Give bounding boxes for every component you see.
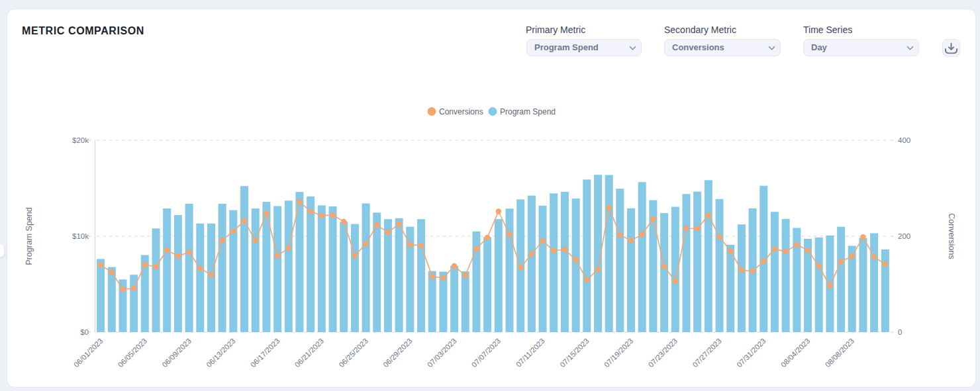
svg-text:07/15/2023: 07/15/2023 — [558, 337, 590, 369]
svg-text:Conversions: Conversions — [947, 213, 956, 259]
svg-text:06/29/2023: 06/29/2023 — [381, 337, 413, 369]
svg-text:400: 400 — [898, 136, 910, 144]
svg-text:$20k: $20k — [72, 136, 89, 144]
svg-text:0: 0 — [898, 328, 902, 336]
svg-text:Program Spend: Program Spend — [500, 107, 556, 116]
svg-text:06/21/2023: 06/21/2023 — [293, 337, 325, 369]
svg-text:06/25/2023: 06/25/2023 — [338, 337, 369, 369]
svg-text:08/08/2023: 08/08/2023 — [824, 337, 856, 369]
svg-text:07/07/2023: 07/07/2023 — [470, 337, 502, 369]
svg-text:07/31/2023: 07/31/2023 — [735, 337, 767, 369]
svg-text:Program Spend: Program Spend — [24, 207, 34, 265]
svg-text:07/23/2023: 07/23/2023 — [647, 337, 679, 369]
svg-text:07/11/2023: 07/11/2023 — [514, 337, 546, 369]
svg-text:$10k: $10k — [72, 232, 89, 240]
svg-text:06/01/2023: 06/01/2023 — [72, 337, 104, 369]
svg-text:07/03/2023: 07/03/2023 — [426, 337, 458, 369]
svg-text:200: 200 — [898, 232, 910, 240]
svg-text:07/19/2023: 07/19/2023 — [603, 337, 634, 369]
svg-text:$0: $0 — [80, 328, 89, 336]
svg-text:Conversions: Conversions — [439, 107, 483, 116]
svg-text:07/27/2023: 07/27/2023 — [691, 337, 722, 369]
svg-text:06/05/2023: 06/05/2023 — [117, 337, 148, 369]
svg-text:06/09/2023: 06/09/2023 — [161, 337, 193, 369]
svg-text:06/17/2023: 06/17/2023 — [249, 337, 281, 369]
svg-text:08/04/2023: 08/04/2023 — [779, 337, 811, 369]
svg-text:06/13/2023: 06/13/2023 — [205, 337, 236, 369]
